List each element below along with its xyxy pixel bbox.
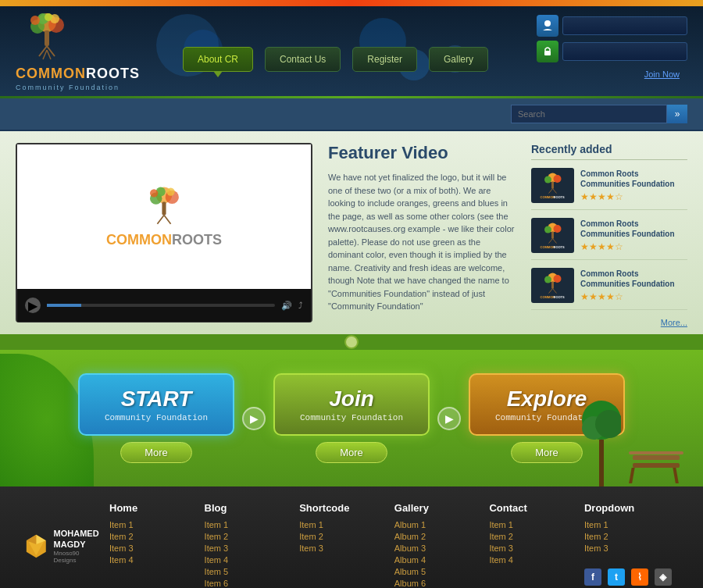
play-button[interactable]: ▶ [25, 298, 41, 313]
header: COMMONROOTS Community Foundation About C… [0, 6, 703, 96]
join-card-column: Join Community Foundation More [273, 373, 430, 463]
nav-gallery[interactable]: Gallery [429, 47, 488, 72]
footer-dropdown-item-2[interactable]: Item 2 [584, 532, 672, 541]
join-card[interactable]: Join Community Foundation [273, 373, 430, 436]
footer-contact-item-3[interactable]: Item 3 [489, 543, 569, 553]
rss-icon[interactable]: ⌇ [631, 568, 648, 586]
footer-gallery-album-6[interactable]: Album 6 [394, 579, 474, 588]
digg-icon[interactable]: ◈ [655, 568, 672, 586]
footer-shortcode-item-1[interactable]: Item 1 [299, 520, 379, 529]
progress-bar[interactable] [47, 304, 275, 307]
svg-line-27 [549, 189, 553, 194]
recent-stars-3: ★★★★☆ [580, 291, 687, 302]
recent-name-3: Common Roots Communities Foundation [580, 269, 687, 289]
footer-col-contact: Contact Item 1 Item 2 Item 3 Item 4 [481, 502, 576, 588]
footer-brand-sub: Mnoso90 Designs [54, 550, 102, 564]
video-controls: ▶ 🔊 ⤴ [17, 289, 311, 322]
password-input[interactable] [562, 42, 687, 61]
nav-about[interactable]: About CR [183, 47, 253, 72]
footer-gallery-album-2[interactable]: Album 2 [394, 532, 474, 541]
facebook-icon[interactable]: f [584, 568, 601, 586]
footer-blog-item-1[interactable]: Item 1 [205, 520, 284, 529]
connector-dot [344, 335, 359, 349]
join-card-inner: Join Community Foundation [273, 373, 430, 436]
explore-more-button[interactable]: More [511, 442, 583, 463]
logo: COMMONROOTS Community Foundation [16, 11, 140, 91]
recent-stars-1: ★★★★☆ [580, 191, 687, 202]
twitter-icon[interactable]: t [608, 568, 625, 586]
green-section: START Community Foundation More ▶ Join C… [0, 350, 703, 486]
footer-home-item-3[interactable]: Item 3 [109, 543, 189, 553]
footer-dropdown-item-3[interactable]: Item 3 [584, 543, 672, 553]
footer-blog-item-3[interactable]: Item 3 [205, 543, 284, 553]
join-now-link[interactable]: Join Now [644, 69, 680, 79]
nav-register[interactable]: Register [352, 47, 417, 72]
user-icon [537, 15, 558, 37]
svg-point-18 [166, 187, 174, 195]
svg-line-22 [164, 216, 171, 224]
footer-gallery-album-5[interactable]: Album 5 [394, 567, 474, 576]
nav-area: About CR Contact Us Register Gallery [140, 47, 531, 72]
svg-line-43 [549, 289, 553, 294]
video-logo-icon [137, 185, 191, 232]
recent-info-3: Common Roots Communities Foundation ★★★★… [580, 269, 687, 302]
footer-gallery-album-3[interactable]: Album 3 [394, 543, 474, 553]
footer-dropdown-item-1[interactable]: Item 1 [584, 520, 672, 529]
footer-shortcode-item-2[interactable]: Item 2 [299, 532, 379, 541]
recent-thumb-1: COMMON ROOTS [531, 168, 574, 203]
video-player: COMMONROOTS ▶ 🔊 ⤴ [16, 143, 312, 323]
svg-rect-55 [629, 451, 683, 454]
svg-rect-26 [551, 182, 554, 189]
svg-point-33 [554, 225, 562, 233]
join-title: Join [291, 387, 412, 412]
start-card-column: START Community Foundation More [78, 373, 234, 463]
svg-point-5 [30, 16, 40, 25]
recent-item-1: COMMON ROOTS Common Roots Communities Fo… [531, 168, 687, 210]
footer-columns: Home Item 1 Item 2 Item 3 Item 4 Blog It… [102, 502, 680, 588]
footer-blog-item-2[interactable]: Item 2 [205, 532, 284, 541]
footer-blog-item-5[interactable]: Item 5 [205, 567, 284, 576]
footer-blog-item-4[interactable]: Item 4 [205, 555, 284, 565]
join-more-button[interactable]: More [316, 442, 387, 463]
username-input[interactable] [562, 16, 687, 35]
svg-rect-7 [45, 30, 49, 46]
start-card[interactable]: START Community Foundation [78, 373, 234, 436]
footer-contact-item-2[interactable]: Item 2 [489, 532, 569, 541]
tree-deco-icon [582, 393, 621, 486]
svg-rect-54 [673, 468, 679, 483]
search-input[interactable] [511, 105, 667, 123]
feature-title: Featurer Video [328, 143, 516, 163]
footer-col-shortcode-title: Shortcode [299, 502, 379, 514]
footer-gallery-album-4[interactable]: Album 4 [394, 555, 474, 565]
footer-home-item-4[interactable]: Item 4 [109, 555, 189, 565]
footer-gallery-album-1[interactable]: Album 1 [394, 520, 474, 529]
recently-more-link[interactable]: More... [531, 318, 687, 327]
footer-blog-item-6[interactable]: Item 6 [205, 579, 284, 588]
footer-col-home-title: Home [109, 502, 189, 514]
start-more-button[interactable]: More [120, 442, 192, 463]
volume-icon: 🔊 [281, 301, 292, 311]
svg-text:COMMON: COMMON [541, 195, 555, 199]
bench-decoration [582, 393, 687, 486]
logo-subtitle: Community Foundation [16, 84, 120, 91]
top-bar [0, 0, 703, 6]
recent-name-2: Common Roots Communities Foundation [580, 219, 687, 239]
footer-contact-item-1[interactable]: Item 1 [489, 520, 569, 529]
footer-col-blog: Blog Item 1 Item 2 Item 3 Item 4 Item 5 … [197, 502, 292, 588]
recent-logo-3: COMMON ROOTS [535, 272, 570, 299]
search-button[interactable]: » [667, 105, 687, 123]
recent-name-1: Common Roots Communities Foundation [580, 169, 687, 189]
svg-text:ROOTS: ROOTS [554, 245, 566, 249]
arrow-2: ▶ [437, 407, 461, 430]
user-row [537, 15, 687, 37]
nav-contact[interactable]: Contact Us [265, 47, 341, 72]
svg-point-40 [544, 276, 551, 283]
footer-home-item-1[interactable]: Item 1 [109, 520, 189, 529]
feature-text: We have not yet finalized the logo, but … [328, 171, 516, 313]
footer-home-item-2[interactable]: Item 2 [109, 532, 189, 541]
search-bar: » [0, 98, 703, 131]
footer-brand-1: MOHAMED [54, 529, 102, 539]
svg-rect-34 [551, 232, 554, 239]
footer-shortcode-item-3[interactable]: Item 3 [299, 543, 379, 553]
footer-contact-item-4[interactable]: Item 4 [489, 555, 569, 565]
